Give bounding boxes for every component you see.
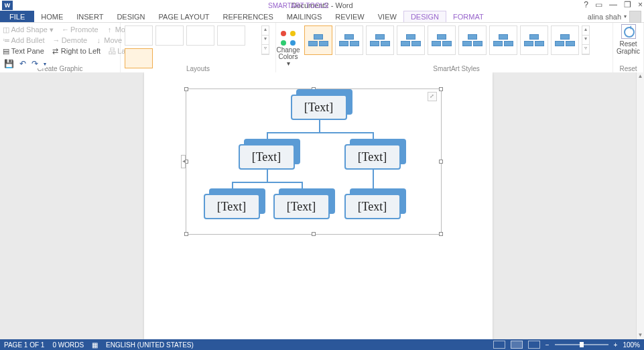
promote-button: ← Promote (62, 24, 99, 35)
style-thumb-7[interactable] (489, 25, 517, 55)
vertical-scrollbar[interactable]: ▲ ▼ (636, 72, 644, 339)
scroll-up-icon[interactable]: ▲ (637, 72, 644, 80)
connector (267, 170, 268, 182)
tab-smartart-format[interactable]: FORMAT (446, 11, 491, 22)
styles-scroll-up-icon[interactable]: ▴ (582, 26, 589, 36)
tab-mailings[interactable]: MAILINGS (280, 11, 329, 22)
styles-scroll-down-icon[interactable]: ▾ (582, 36, 589, 45)
text-pane-toggle-icon[interactable]: ◄ (181, 155, 186, 168)
tab-page-layout[interactable]: PAGE LAYOUT (152, 11, 216, 22)
help-icon[interactable]: ? (584, 0, 588, 9)
view-print-layout-icon[interactable] (511, 341, 523, 349)
tab-home[interactable]: HOME (34, 11, 70, 22)
user-name: alina shah (588, 13, 621, 21)
word-app-icon: W (2, 1, 13, 10)
layouts-scroll-down-icon[interactable]: ▾ (262, 36, 269, 45)
layouts-more-icon[interactable]: ▿ (262, 45, 269, 54)
status-language[interactable]: ENGLISH (UNITED STATES) (106, 341, 194, 349)
tab-view[interactable]: VIEW (371, 11, 403, 22)
layout-thumb-4[interactable] (217, 25, 245, 46)
view-web-layout-icon[interactable] (528, 341, 540, 349)
quick-access-toolbar: 💾 ↶ ↷ ▾ (0, 59, 46, 68)
node-text[interactable]: [Text] (273, 194, 330, 219)
status-proofing-icon[interactable]: ▦ (92, 341, 98, 349)
style-thumb-1-selected[interactable] (304, 25, 332, 55)
ribbon: ◫ Add Shape ▾ ← Promote ↑ Move Up ≔ Add … (0, 23, 644, 74)
minimize-icon[interactable]: — (609, 0, 617, 9)
zoom-in-icon[interactable]: + (614, 341, 618, 349)
scroll-down-icon[interactable]: ▼ (637, 331, 644, 339)
group-layouts: ▴ ▾ ▿ Layouts (121, 23, 276, 73)
connector (267, 132, 374, 133)
resize-handle-se[interactable] (439, 232, 443, 236)
tab-file[interactable]: FILE (0, 11, 34, 22)
ribbon-display-options-icon[interactable]: ▭ (595, 0, 602, 9)
qat-redo-icon[interactable]: ↷ (31, 59, 38, 68)
style-thumb-9[interactable] (551, 25, 579, 55)
zoom-out-icon[interactable]: − (545, 341, 550, 349)
resize-handle-nw[interactable] (184, 87, 188, 91)
style-thumb-4[interactable] (397, 25, 425, 55)
demote-button: → Demote (53, 35, 88, 46)
page[interactable]: ◄ ⤢ [Text] [Text] (144, 72, 493, 339)
resize-handle-e[interactable] (439, 160, 443, 164)
user-dropdown-icon: ▾ (624, 13, 627, 19)
smartart-frame[interactable]: ◄ ⤢ [Text] [Text] (186, 89, 442, 235)
ribbon-tabs: FILE HOME INSERT DESIGN PAGE LAYOUT REFE… (0, 11, 644, 23)
styles-gallery-scroll: ▴ ▾ ▿ (582, 25, 590, 55)
status-page[interactable]: PAGE 1 OF 1 (4, 341, 44, 349)
qat-save-icon[interactable]: 💾 (4, 59, 14, 68)
zoom-level[interactable]: 100% (623, 341, 640, 349)
user-avatar-icon (629, 11, 641, 23)
close-icon[interactable]: × (638, 0, 643, 9)
window-title: Document2 - Word (0, 1, 644, 9)
status-word-count[interactable]: 0 WORDS (52, 341, 84, 349)
zoom-slider-thumb[interactable] (580, 342, 584, 347)
zoom-slider[interactable] (555, 344, 608, 345)
node-text[interactable]: [Text] (239, 144, 295, 170)
change-colors-icon (281, 31, 296, 46)
resize-handle-s[interactable] (312, 232, 316, 236)
style-thumb-6[interactable] (458, 25, 487, 55)
style-thumb-3[interactable] (366, 25, 394, 55)
qat-customize-icon[interactable]: ▾ (44, 61, 46, 67)
add-bullet-button: ≔ Add Bullet (3, 35, 45, 46)
svg-point-0 (625, 27, 634, 37)
user-account[interactable]: alina shah ▾ (588, 11, 644, 23)
tab-insert[interactable]: INSERT (70, 11, 110, 22)
add-shape-button[interactable]: ◫ Add Shape ▾ (3, 24, 54, 35)
node-text[interactable]: [Text] (204, 194, 260, 219)
restore-icon[interactable]: ❐ (624, 0, 631, 9)
style-thumb-2[interactable] (335, 25, 363, 55)
group-smartart-styles: ▴ ▾ ▿ SmartArt Styles (300, 23, 613, 73)
layout-thumb-2[interactable] (155, 25, 184, 46)
tab-review[interactable]: REVIEW (328, 11, 371, 22)
layout-thumb-3[interactable] (186, 25, 214, 46)
group-label-styles: SmartArt Styles (300, 65, 613, 72)
node-text[interactable]: [Text] (291, 95, 347, 120)
connector (319, 120, 320, 132)
tab-design[interactable]: DESIGN (110, 11, 151, 22)
group-label-layouts: Layouts (121, 65, 275, 72)
resize-handle-ne[interactable] (439, 87, 443, 91)
right-to-left-button[interactable]: ⇄ Right to Left (52, 46, 101, 56)
layouts-gallery-scroll: ▴ ▾ ▿ (261, 25, 269, 55)
change-colors-button[interactable]: Change Colors ▾ (276, 23, 300, 73)
style-thumb-5[interactable] (428, 25, 456, 55)
tab-smartart-design[interactable]: DESIGN (403, 11, 446, 22)
qat-undo-icon[interactable]: ↶ (19, 59, 26, 68)
styles-more-icon[interactable]: ▿ (582, 45, 589, 54)
tab-references[interactable]: REFERENCES (216, 11, 280, 22)
text-pane-button[interactable]: ▤ Text Pane (3, 46, 44, 56)
node-text[interactable]: [Text] (344, 144, 401, 170)
node-text[interactable]: [Text] (344, 194, 401, 219)
status-bar: PAGE 1 OF 1 0 WORDS ▦ ENGLISH (UNITED ST… (0, 339, 644, 350)
layout-thumb-1[interactable] (125, 25, 153, 46)
view-read-mode-icon[interactable] (493, 341, 505, 349)
layouts-scroll-up-icon[interactable]: ▴ (262, 26, 269, 36)
group-reset: Reset Graphic Reset (613, 23, 644, 73)
reset-graphic-icon (621, 24, 636, 39)
reset-graphic-button[interactable]: Reset Graphic (613, 24, 643, 55)
style-thumb-8[interactable] (520, 25, 548, 55)
resize-handle-sw[interactable] (184, 232, 188, 236)
